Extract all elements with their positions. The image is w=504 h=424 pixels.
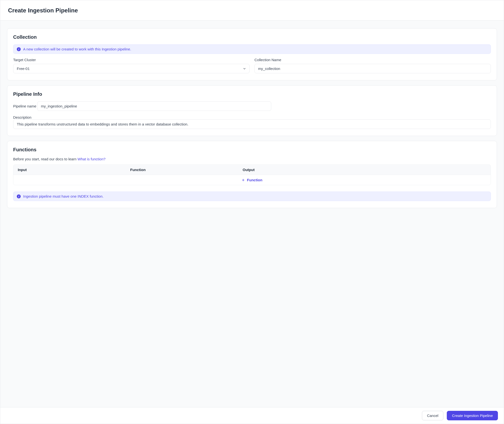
add-function-label: Function bbox=[247, 178, 262, 182]
pipeline-info-section-title: Pipeline Info bbox=[13, 91, 491, 97]
collection-section-title: Collection bbox=[13, 34, 491, 40]
th-function: Function bbox=[130, 168, 243, 172]
pipeline-name-label: Pipeline name bbox=[13, 104, 36, 108]
pipeline-description-field: Description bbox=[13, 115, 491, 129]
target-cluster-label: Target Cluster bbox=[13, 58, 250, 62]
collection-name-label: Collection Name bbox=[254, 58, 491, 62]
functions-table: Input Function Output Function bbox=[13, 164, 491, 185]
functions-table-header: Input Function Output bbox=[13, 165, 491, 175]
pipeline-name-input[interactable] bbox=[37, 101, 271, 111]
th-output: Output bbox=[243, 168, 486, 172]
plus-icon bbox=[242, 178, 245, 182]
collection-name-input[interactable] bbox=[254, 64, 491, 73]
collection-section: Collection i A new collection will be cr… bbox=[7, 28, 497, 80]
functions-section-title: Functions bbox=[13, 147, 491, 153]
th-input: Input bbox=[18, 168, 130, 172]
footer: Cancel Create Ingestion Pipeline bbox=[0, 407, 504, 424]
pipeline-description-label: Description bbox=[13, 115, 31, 119]
add-function-button[interactable]: Function bbox=[13, 175, 491, 185]
collection-name-field: Collection Name bbox=[254, 58, 491, 73]
page-wrapper: Create Ingestion Pipeline Collection i A… bbox=[0, 0, 504, 424]
collection-form-row: Target Cluster Free-01 Collection Name bbox=[13, 58, 491, 73]
info-icon: i bbox=[17, 47, 21, 51]
cancel-button[interactable]: Cancel bbox=[422, 411, 444, 420]
what-is-function-link[interactable]: What is function? bbox=[77, 157, 105, 161]
pipeline-info-section: Pipeline Info Pipeline name Description bbox=[7, 85, 497, 136]
collection-info-text: A new collection will be created to work… bbox=[23, 47, 131, 51]
page-content: Collection i A new collection will be cr… bbox=[0, 20, 504, 407]
target-cluster-field: Target Cluster Free-01 bbox=[13, 58, 250, 73]
functions-warning-banner: i Ingestion pipeline must have one INDEX… bbox=[13, 192, 491, 201]
functions-warning-text: Ingestion pipeline must have one INDEX f… bbox=[23, 194, 103, 198]
info-icon: i bbox=[17, 194, 21, 198]
functions-section: Functions Before you start, read our doc… bbox=[7, 141, 497, 208]
functions-hint-prefix: Before you start, read our docs to learn bbox=[13, 157, 77, 161]
page-header: Create Ingestion Pipeline bbox=[0, 0, 504, 20]
pipeline-description-input[interactable] bbox=[13, 119, 491, 129]
target-cluster-select[interactable]: Free-01 bbox=[13, 64, 250, 73]
target-cluster-select-wrap: Free-01 bbox=[13, 64, 250, 73]
pipeline-name-field: Pipeline name bbox=[13, 101, 491, 111]
page-title: Create Ingestion Pipeline bbox=[8, 7, 496, 14]
create-pipeline-button[interactable]: Create Ingestion Pipeline bbox=[447, 411, 498, 420]
collection-info-banner: i A new collection will be created to wo… bbox=[13, 44, 491, 54]
functions-hint: Before you start, read our docs to learn… bbox=[13, 157, 491, 161]
